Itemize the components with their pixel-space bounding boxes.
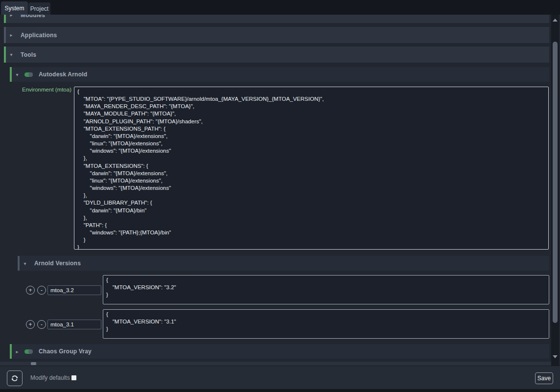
version-value-textarea[interactable]: { "MTOA_VERSION": "3.2" } xyxy=(103,275,549,304)
vray-enabled-toggle[interactable] xyxy=(24,349,33,354)
vertical-scrollbar[interactable] xyxy=(551,15,559,366)
group-header-chaos-group-vray[interactable]: ▸ Chaos Group Vray xyxy=(10,344,549,359)
add-version-button[interactable]: + xyxy=(26,320,35,329)
environment-mtoa-textarea[interactable]: { "MTOA": "{PYPE_STUDIO_SOFTWARE}/arnold… xyxy=(74,87,549,250)
tab-bar: System Project xyxy=(0,0,560,15)
chevron-down-icon: ▾ xyxy=(22,261,28,266)
toggle-knob xyxy=(28,349,33,354)
modify-defaults-checkbox[interactable] xyxy=(71,375,76,380)
arnold-enabled-toggle[interactable] xyxy=(24,72,33,77)
environment-mtoa-label: Environment (mtoa) xyxy=(10,87,71,92)
section-header-applications[interactable]: ▸ Applications xyxy=(4,27,549,43)
group-title-autodesk-arnold: Autodesk Arnold xyxy=(39,71,87,78)
save-button[interactable]: Save xyxy=(535,372,553,384)
scroll-down-arrow-icon[interactable] xyxy=(553,355,558,358)
window-bottom-edge xyxy=(0,389,560,392)
chevron-right-icon: ▸ xyxy=(14,349,21,354)
horizontal-scrollbar-thumb[interactable] xyxy=(31,362,36,365)
chevron-right-icon: ▸ xyxy=(8,32,15,38)
settings-window: System Project ▸ Modules ▸ Applications … xyxy=(0,0,560,392)
version-value-textarea[interactable]: { "MTOA_VERSION": "3.1" } xyxy=(103,309,549,339)
modify-defaults-label: Modify defaults xyxy=(30,366,70,390)
remove-version-button[interactable]: - xyxy=(37,286,46,295)
chevron-down-icon: ▾ xyxy=(14,72,21,77)
group-title-arnold-versions: Arnold Versions xyxy=(34,260,81,267)
remove-version-button[interactable]: - xyxy=(37,320,46,329)
horizontal-scrollbar[interactable] xyxy=(0,362,551,366)
add-version-button[interactable]: + xyxy=(26,286,35,295)
chevron-down-icon: ▾ xyxy=(8,52,15,57)
version-name-input[interactable] xyxy=(47,285,101,295)
section-title-modules: Modules xyxy=(21,15,45,19)
vertical-scrollbar-thumb[interactable] xyxy=(553,42,558,323)
scroll-up-arrow-icon[interactable] xyxy=(553,19,558,22)
group-header-arnold-versions[interactable]: ▾ Arnold Versions xyxy=(18,256,549,271)
section-header-modules[interactable]: ▸ Modules xyxy=(4,15,549,23)
section-title-applications: Applications xyxy=(21,32,57,39)
group-title-chaos-group-vray: Chaos Group Vray xyxy=(39,348,92,355)
version-name-input[interactable] xyxy=(47,320,101,329)
group-header-autodesk-arnold[interactable]: ▾ Autodesk Arnold xyxy=(10,67,549,82)
toggle-knob xyxy=(28,72,33,77)
tab-project[interactable]: Project xyxy=(28,2,50,15)
footer-bar: Modify defaults Save xyxy=(0,366,560,389)
refresh-icon xyxy=(10,374,19,383)
refresh-button[interactable] xyxy=(7,370,23,386)
section-header-tools[interactable]: ▾ Tools xyxy=(4,46,549,63)
tab-system[interactable]: System xyxy=(1,1,28,15)
settings-scroll-area: ▸ Modules ▸ Applications ▾ Tools ▾ Autod… xyxy=(0,15,560,366)
chevron-right-icon: ▸ xyxy=(8,15,15,18)
section-title-tools: Tools xyxy=(21,51,36,58)
